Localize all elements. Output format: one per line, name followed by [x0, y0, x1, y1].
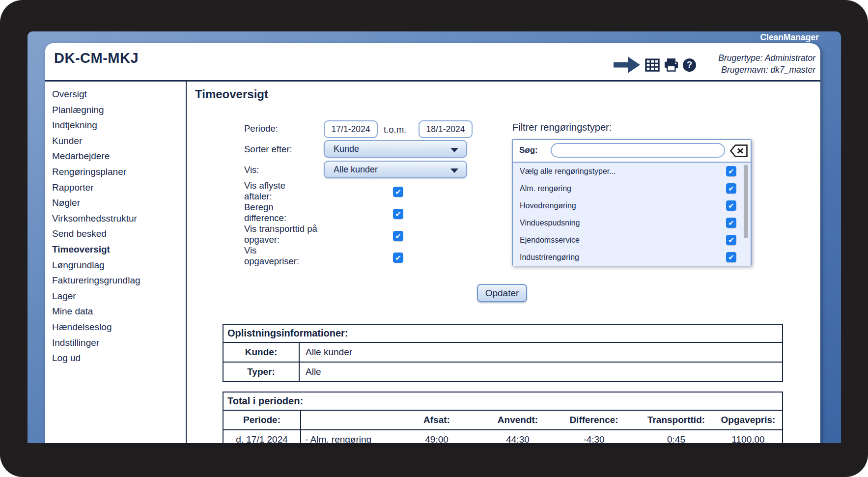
sidebar-divider [186, 81, 187, 443]
help-icon[interactable]: ? [683, 58, 696, 72]
app-window: DK-CM-MKJ [45, 43, 820, 443]
filter-item-label: Ejendomsservice [520, 236, 580, 245]
vis-aflyste-checkbox[interactable] [393, 187, 403, 197]
cell-difference: -4:30 [548, 430, 640, 443]
filter-search-row: Søg: [513, 140, 751, 163]
vis-select[interactable]: Alle kunder [324, 161, 467, 178]
sidebar-item-faktureringsgrundlag[interactable]: Faktureringsgrundlag [45, 273, 186, 288]
filter-scrollbar [744, 165, 748, 264]
page-title: DK-CM-MKJ [54, 50, 139, 66]
filter-scrollbar-thumb[interactable] [744, 165, 748, 238]
col-anvendt: Anvendt: [488, 411, 548, 429]
total-table-title: Total i perioden: [224, 393, 782, 411]
search-input[interactable] [551, 143, 725, 158]
sidebar-item-timeoversigt[interactable]: Timeoversigt [45, 242, 186, 257]
sidebar-item-rapporter[interactable]: Rapporter [45, 180, 186, 196]
info-table-title: Oplistningsinformationer: [224, 325, 782, 343]
update-button[interactable]: Opdater [477, 284, 527, 302]
filter-item-label: Vælg alle rengøringstyper... [520, 167, 616, 176]
typer-value: Alle [300, 363, 782, 381]
beregn-difference-checkbox[interactable] [393, 209, 403, 219]
cell-transporttid: 0:45 [640, 430, 712, 443]
sidebar-item-mine-data[interactable]: Mine data [45, 304, 186, 319]
section-title: Timeoversigt [195, 87, 268, 101]
sidebar-item-send-besked[interactable]: Send besked [45, 226, 186, 242]
cell-desc: - Alm. rengøring [301, 430, 386, 443]
kunde-value: Alle kunder [300, 343, 782, 362]
username-label: Brugernavn: dk7_master [718, 64, 815, 76]
table-row: Kunde: Alle kunder [224, 343, 782, 363]
printer-icon[interactable] [664, 58, 679, 72]
sidebar-item-indstillinger[interactable]: Indstillinger [45, 335, 186, 351]
filter-item-checkbox[interactable] [726, 252, 736, 262]
sidebar-nav: Oversigt Planlægning Indtjekning Kunder … [45, 86, 186, 366]
sidebar-item-lager[interactable]: Lager [45, 288, 186, 304]
filter-item-label: Industrirengøring [520, 253, 579, 262]
filter-item-hovedrengoering[interactable]: Hovedrengøring [513, 197, 751, 214]
user-info: Brugertype: Administrator Brugernavn: dk… [718, 52, 815, 76]
filter-item-alm-rengoering[interactable]: Alm. rengøring [513, 180, 751, 197]
sidebar-item-haendelseslog[interactable]: Hændelseslog [45, 319, 186, 335]
sorter-select-value: Kunde [334, 144, 359, 154]
sidebar-item-indtjekning[interactable]: Indtjekning [45, 117, 186, 133]
col-transporttid: Transporttid: [640, 411, 712, 429]
filter-item-ejendomsservice[interactable]: Ejendomsservice [513, 231, 751, 249]
periode-label: Periode: [244, 123, 323, 134]
filter-item-checkbox[interactable] [726, 218, 736, 228]
filter-item-label: Alm. rengøring [520, 184, 571, 193]
vis-transporttid-label: Vis transporttid på opgaver: [244, 224, 318, 245]
filter-item-checkbox[interactable] [726, 166, 736, 176]
sidebar-item-log-ud[interactable]: Log ud [45, 350, 186, 366]
cell-anvendt: 44:30 [488, 430, 548, 443]
total-table-header: Periode: Afsat: Anvendt: Difference: Tra… [224, 411, 782, 430]
filter-list: Vælg alle rengøringstyper... Alm. rengør… [513, 163, 751, 266]
sidebar-item-kunder[interactable]: Kunder [45, 133, 186, 149]
table-row: Typer: Alle [224, 363, 782, 381]
filter-item-label: Vinduespudsning [520, 219, 580, 227]
col-afsat: Afsat: [386, 411, 488, 429]
arrow-right-icon[interactable] [613, 55, 641, 75]
browser-chrome: CleanManager DK-CM-MKJ [28, 31, 841, 443]
vis-opgavepriser-label: Vis opgavepriser: [244, 245, 303, 267]
filter-item-label: Hovedrengøring [520, 201, 576, 210]
sidebar-item-rengoeringsplaner[interactable]: Rengøringsplaner [45, 164, 186, 180]
sidebar-item-loengrundlag[interactable]: Løngrundlag [45, 257, 186, 273]
search-label: Søg: [519, 145, 538, 155]
vis-aflyste-label: Vis aflyste aftaler: [244, 180, 313, 202]
info-table: Oplistningsinformationer: Kunde: Alle ku… [223, 324, 783, 382]
filter-item-industrirengoering[interactable]: Industrirengøring [513, 249, 751, 266]
vis-transporttid-checkbox[interactable] [393, 231, 403, 241]
sorter-select[interactable]: Kunde [324, 140, 467, 158]
filter-item-vinduespudsning[interactable]: Vinduespudsning [513, 214, 751, 231]
filter-item-checkbox[interactable] [726, 183, 736, 194]
filter-item-all[interactable]: Vælg alle rengøringstyper... [513, 163, 751, 180]
filter-item-checkbox[interactable] [726, 200, 736, 211]
chevron-down-icon [450, 168, 458, 173]
toolbar: ? [613, 55, 696, 75]
sidebar-item-medarbejdere[interactable]: Medarbejdere [45, 148, 186, 164]
sidebar-item-planlaegning[interactable]: Planlægning [45, 102, 186, 118]
periode-to-input[interactable] [419, 120, 473, 138]
usertype-label: Brugertype: Administrator [718, 52, 815, 64]
periode-from-input[interactable] [324, 120, 378, 138]
col-periode: Periode: [224, 411, 301, 429]
vis-opgavepriser-checkbox[interactable] [393, 253, 403, 263]
col-difference: Difference: [548, 411, 640, 429]
typer-label: Typer: [224, 363, 300, 381]
col-empty [301, 411, 386, 429]
filter-item-checkbox[interactable] [726, 235, 736, 245]
header-divider [45, 80, 820, 82]
cell-opgavepris: 1100,00 [712, 430, 784, 443]
sidebar-item-noegler[interactable]: Nøgler [45, 195, 186, 211]
chevron-down-icon [450, 148, 458, 152]
sidebar-item-oversigt[interactable]: Oversigt [45, 86, 186, 102]
kunde-label: Kunde: [224, 343, 300, 362]
cell-periode: d. 17/1 2024 [224, 430, 301, 443]
filter-title: Filtrer rengøringstyper: [512, 122, 612, 133]
device-frame: CleanManager DK-CM-MKJ [0, 0, 868, 477]
clear-search-icon[interactable] [729, 143, 749, 158]
table-grid-icon[interactable] [645, 58, 660, 72]
sidebar-item-virksomhedsstruktur[interactable]: Virksomhedsstruktur [45, 211, 186, 226]
brand-label: CleanManager [760, 32, 819, 43]
sorter-label: Sorter efter: [244, 144, 323, 155]
